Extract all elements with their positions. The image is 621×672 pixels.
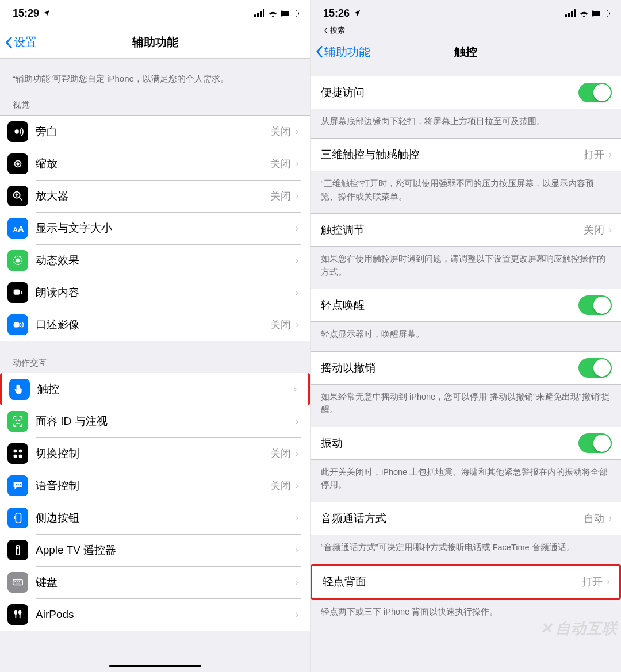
group-3dtouch: 三维触控与触感触控 打开 › <box>310 138 621 171</box>
phone-accessibility: 15:29 设置 辅助功能 “辅助功能”可帮助您自定 iPhone，以满足您的个… <box>0 0 310 672</box>
row-3dtouch[interactable]: 三维触控与触感触控 打开 › <box>310 139 621 171</box>
keyboard-icon <box>7 572 28 593</box>
zoom-icon <box>7 153 28 174</box>
chevron-right-icon: › <box>296 320 298 330</box>
svg-point-19 <box>16 484 17 485</box>
svg-rect-29 <box>19 581 20 582</box>
back-button[interactable]: 辅助功能 <box>315 44 370 60</box>
status-bar: 15:26 <box>310 0 621 26</box>
group-accommodations: 触控调节 关闭 › <box>310 213 621 247</box>
svg-rect-12 <box>14 322 20 327</box>
chevron-right-icon: › <box>294 384 297 394</box>
row-magnifier[interactable]: 放大器关闭› <box>0 180 310 212</box>
chevron-right-icon: › <box>296 416 298 427</box>
breadcrumb[interactable]: 搜索 <box>310 25 621 36</box>
magnifier-icon <box>7 186 28 206</box>
chevron-right-icon: › <box>296 609 298 620</box>
group-callaudio: 音频通话方式 自动 › <box>310 502 621 535</box>
back-button[interactable]: 设置 <box>5 34 37 50</box>
content[interactable]: “辅助功能”可帮助您自定 iPhone，以满足您的个人需求。 视觉 旁白关闭› … <box>0 59 310 672</box>
row-reachability[interactable]: 便捷访问 <box>310 76 621 109</box>
row-shakeundo[interactable]: 摇动以撤销 <box>310 352 621 384</box>
row-backtap[interactable]: 轻点背面 打开 › <box>312 566 619 598</box>
chevron-right-icon: › <box>296 223 298 233</box>
row-appletv-remote[interactable]: Apple TV 遥控器› <box>0 534 310 566</box>
svg-rect-11 <box>14 289 20 294</box>
row-keyboard[interactable]: 键盘› <box>0 566 310 598</box>
svg-text:A: A <box>18 224 24 233</box>
svg-rect-17 <box>14 454 17 458</box>
row-callaudio[interactable]: 音频通话方式 自动 › <box>310 502 621 535</box>
switch-vibration[interactable] <box>578 433 612 453</box>
location-icon <box>43 9 51 17</box>
battery-icon <box>281 10 297 17</box>
airpods-icon <box>7 604 28 625</box>
row-audio-desc[interactable]: 口述影像关闭› <box>0 309 310 341</box>
navbar: 辅助功能 触控 <box>310 36 621 68</box>
svg-point-21 <box>20 484 21 485</box>
svg-rect-27 <box>15 581 16 582</box>
faceid-icon <box>7 411 28 432</box>
footer-backtap: 轻点两下或三下 iPhone 背面以快速执行操作。 <box>310 600 621 628</box>
intro-text: “辅助功能”可帮助您自定 iPhone，以满足您的个人需求。 <box>0 59 310 96</box>
svg-rect-23 <box>14 516 16 519</box>
chevron-right-icon: › <box>296 126 298 137</box>
signal-icon <box>565 9 576 17</box>
row-vibration[interactable]: 振动 <box>310 427 621 459</box>
footer-accommodations: 如果您在使用触控屏时遇到问题，请调整以下设置更改屏幕响应触控操作的方式。 <box>310 247 621 289</box>
switch-shakeundo[interactable] <box>578 358 612 378</box>
text-size-icon: AA <box>7 218 28 239</box>
svg-rect-26 <box>13 579 23 585</box>
phone-touch: 15:26 搜索 辅助功能 触控 便捷访问 从屏幕底部边缘向下轻扫，将屏幕上方项… <box>310 0 621 672</box>
chevron-right-icon: › <box>296 255 298 266</box>
motor-group: 面容 ID 与注视› 切换控制关闭› 语音控制关闭› 侧边按钮› Apple T… <box>0 405 310 631</box>
content[interactable]: 便捷访问 从屏幕底部边缘向下轻扫，将屏幕上方项目拉至可及范围。 三维触控与触感触… <box>310 68 621 672</box>
row-airpods[interactable]: AirPods› <box>0 598 310 631</box>
group-vibration: 振动 <box>310 427 621 460</box>
side-button-icon <box>7 508 28 528</box>
group-shakeundo: 摇动以撤销 <box>310 351 621 385</box>
chevron-right-icon: › <box>609 149 612 160</box>
navbar: 设置 辅助功能 <box>0 26 310 59</box>
svg-point-25 <box>17 547 18 548</box>
row-side-button[interactable]: 侧边按钮› <box>0 502 310 534</box>
wifi-icon <box>268 10 278 17</box>
svg-line-4 <box>20 197 22 200</box>
section-motor: 动作交互 <box>0 341 310 373</box>
footer-shakeundo: 如果经常无意中摇动到 iPhone，您可以停用“摇动以撤销”来避免出现“撤销”提… <box>310 385 621 427</box>
chevron-right-icon: › <box>296 577 298 587</box>
switch-reachability[interactable] <box>578 83 612 102</box>
svg-rect-34 <box>20 614 21 618</box>
chevron-right-icon: › <box>609 225 612 235</box>
svg-point-33 <box>18 610 21 614</box>
row-spoken[interactable]: 朗读内容› <box>0 277 310 309</box>
spoken-content-icon <box>7 282 28 303</box>
svg-rect-18 <box>19 454 22 458</box>
svg-point-13 <box>16 420 17 421</box>
svg-rect-28 <box>17 581 18 582</box>
row-zoom[interactable]: 缩放关闭› <box>0 148 310 180</box>
svg-point-14 <box>19 420 20 421</box>
voiceover-icon <box>7 121 28 142</box>
vision-group: 旁白关闭› 缩放关闭› 放大器关闭› AA 显示与文字大小› 动态效果› 朗读内… <box>0 115 310 341</box>
row-switch-control[interactable]: 切换控制关闭› <box>0 437 310 470</box>
section-vision: 视觉 <box>0 96 310 115</box>
footer-callaudio: “音频通话方式”可决定用哪种方式接听电话或 FaceTime 音频通话。 <box>310 535 621 564</box>
row-voiceover[interactable]: 旁白关闭› <box>0 116 310 148</box>
touch-icon <box>9 379 30 400</box>
svg-rect-32 <box>15 614 16 618</box>
row-display-text[interactable]: AA 显示与文字大小› <box>0 212 310 244</box>
row-accommodations[interactable]: 触控调节 关闭 › <box>310 214 621 246</box>
chevron-right-icon: › <box>296 448 298 459</box>
row-faceid[interactable]: 面容 ID 与注视› <box>0 405 310 437</box>
row-tapwake[interactable]: 轻点唤醒 <box>310 289 621 321</box>
switch-tapwake[interactable] <box>578 295 612 315</box>
home-indicator[interactable] <box>109 665 201 667</box>
footer-3dtouch: “三维触控”打开时，您可以使用强弱不同的压力按压屏幕，以显示内容预览、操作或关联… <box>310 171 621 213</box>
appletv-remote-icon <box>7 540 28 560</box>
row-voice-control[interactable]: 语音控制关闭› <box>0 470 310 502</box>
chevron-right-icon: › <box>296 545 298 555</box>
row-motion[interactable]: 动态效果› <box>0 244 310 277</box>
motion-icon <box>7 250 28 271</box>
row-touch[interactable]: 触控› <box>2 373 308 405</box>
